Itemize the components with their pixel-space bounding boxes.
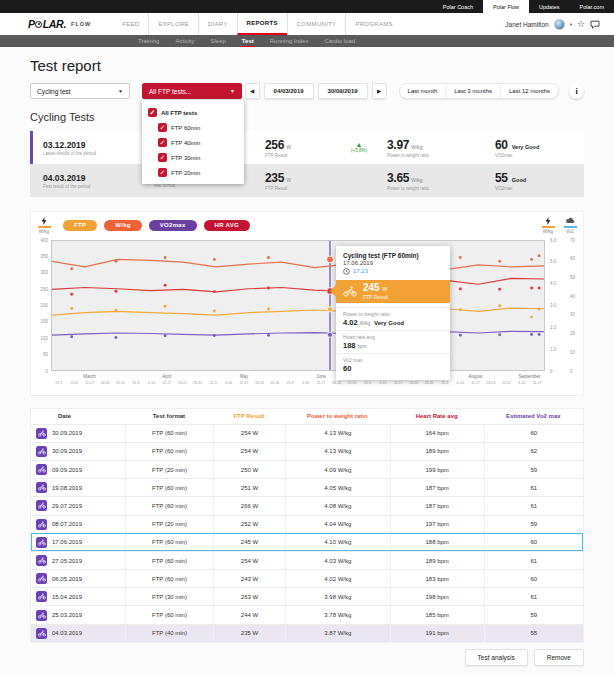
- cycling-sport-icon: [36, 500, 47, 511]
- topbar-link-polar-flow[interactable]: Polar Flow: [483, 0, 529, 13]
- week-tick-label: 25-31: [270, 381, 279, 385]
- legend-pill-hr-avg[interactable]: HR AVG: [204, 220, 250, 231]
- filter-menu-label: FTP 20min: [171, 170, 200, 176]
- table-row[interactable]: 15.04.2019FTP (30 min)263 W3.98 W/kg198 …: [31, 587, 583, 605]
- table-row[interactable]: 09.09.2019FTP (20 min)250 W4.09 W/kg199 …: [31, 460, 583, 478]
- user-menu-caret-icon[interactable]: ▾: [570, 22, 572, 27]
- filter-menu-item[interactable]: ✓FTP 30min: [142, 150, 244, 165]
- first-result-row[interactable]: 04.03.2019 First result of the period FT…: [30, 164, 584, 197]
- nav-item-diary[interactable]: DIARY: [198, 13, 237, 35]
- axis-tick-label: 10: [570, 349, 575, 354]
- week-tick-label: 25-3: [132, 381, 139, 385]
- cell-power-to-weight: 4.10 W/kg: [285, 534, 390, 551]
- week-tick-label: 4-10: [518, 381, 525, 385]
- subnav-item-test[interactable]: Test: [234, 35, 262, 47]
- test-analysis-button[interactable]: Test analysis: [465, 649, 528, 666]
- checkbox-checked-icon[interactable]: ✓: [158, 153, 167, 162]
- checkbox-checked-icon[interactable]: ✓: [148, 108, 157, 117]
- last-month-button[interactable]: Last month: [400, 84, 446, 98]
- bolt-icon: [41, 217, 47, 225]
- week-tick-label: 4-10: [225, 381, 232, 385]
- cell-heart-rate-avg: 185 bpm: [390, 606, 484, 623]
- nav-item-explore[interactable]: EXPLORE: [148, 13, 197, 35]
- legend-pill-wkg[interactable]: W/kg: [104, 220, 142, 231]
- filter-menu-item[interactable]: ✓FTP 40min: [142, 135, 244, 150]
- tooltip-time: 17:23: [353, 268, 368, 274]
- checkbox-checked-icon[interactable]: ✓: [158, 123, 167, 132]
- cell-ftp-result: 235 W: [213, 625, 285, 642]
- cell-heart-rate-avg: 183 bpm: [390, 570, 484, 587]
- checkbox-checked-icon[interactable]: ✓: [158, 138, 167, 147]
- section-title: Cycling Tests: [30, 111, 584, 123]
- table-row[interactable]: 30.09.2019FTP (60 min)254 W4.13 W/kg189 …: [31, 442, 583, 460]
- table-row[interactable]: 19.08.2019FTP (60 min)251 W4.05 W/kg187 …: [31, 478, 583, 496]
- previous-period-button[interactable]: ◀: [245, 83, 260, 99]
- cell-date: 25.03.2019: [31, 606, 125, 623]
- cell-vo2-max: 60: [484, 534, 583, 551]
- cycling-sport-icon: [36, 591, 47, 602]
- nav-item-community[interactable]: COMMUNITY: [287, 13, 346, 35]
- nav-item-reports[interactable]: REPORTS: [237, 13, 287, 35]
- sport-select[interactable]: Cycling test▼: [30, 83, 130, 99]
- filter-menu-item[interactable]: ✓FTP 60min: [142, 120, 244, 135]
- cell-test-format: FTP (40 min): [125, 625, 213, 642]
- col-header-test-format: Test format: [125, 413, 213, 419]
- chart-svg: [52, 241, 544, 370]
- table-row[interactable]: 27.05.2019FTP (60 min)254 W4.03 W/kg189 …: [31, 551, 583, 569]
- cyclist-icon: [343, 286, 357, 297]
- topbar-link-polar-com[interactable]: Polar.com: [570, 0, 614, 13]
- remove-button[interactable]: Remove: [534, 649, 584, 666]
- axis-tick-label: 5.0: [550, 259, 556, 264]
- user-avatar[interactable]: [554, 19, 565, 30]
- messages-icon[interactable]: [590, 20, 600, 29]
- date-from-input[interactable]: 04/03/2019: [264, 83, 314, 99]
- week-tick-label: 4-10: [148, 381, 155, 385]
- subnav-item-training[interactable]: Training: [130, 35, 167, 47]
- cell-date: 29.07.2019: [31, 497, 125, 514]
- left-axis-power-icon: W/kg: [33, 217, 55, 234]
- plot-box[interactable]: [51, 240, 545, 371]
- subnav-item-cardio-load[interactable]: Cardio load: [316, 35, 363, 47]
- last-3-months-button[interactable]: Last 3 months: [445, 84, 500, 98]
- page-title: Test report: [30, 57, 584, 74]
- table-row[interactable]: 04.03.2019FTP (40 min)235 W3.87 W/kg191 …: [31, 624, 583, 642]
- axis-tick-label: 60: [570, 256, 575, 261]
- subnav-item-activity[interactable]: Activity: [167, 35, 202, 47]
- nav-item-programs[interactable]: PROGRAMS: [345, 13, 401, 35]
- filter-menu-item[interactable]: ✓All FTP tests: [142, 105, 244, 120]
- week-tick-label: 4-10: [457, 381, 464, 385]
- table-row[interactable]: 08.07.2019FTP (20 min)252 W4.04 W/kg197 …: [31, 515, 583, 533]
- table-row[interactable]: 17.06.2019FTP (60 min)245 W4.10 W/kg188 …: [31, 533, 583, 551]
- legend-pill-vo2max[interactable]: VO2max: [149, 220, 197, 231]
- week-tick-label: 25-31: [116, 381, 125, 385]
- last-12-months-button[interactable]: Last 12 months: [500, 84, 558, 98]
- cell-test-format: FTP (60 min): [125, 534, 213, 551]
- table-row[interactable]: 30.09.2019FTP (60 min)254 W4.13 W/kg164 …: [31, 424, 583, 442]
- cell-power-to-weight: 4.04 W/kg: [285, 516, 390, 533]
- polar-flow-logo[interactable]: PLAR. FLOW: [28, 18, 91, 30]
- subnav-item-running-index[interactable]: Running Index: [262, 35, 317, 47]
- latest-result-row[interactable]: 03.12.2019 Latest results of the period …: [30, 131, 584, 164]
- filter-menu-item[interactable]: ✓FTP 20min: [142, 165, 244, 180]
- topbar-link-polar-coach[interactable]: Polar Coach: [433, 0, 483, 13]
- info-icon[interactable]: i: [569, 84, 584, 99]
- legend-pill-ftp[interactable]: FTP: [63, 220, 97, 231]
- checkbox-checked-icon[interactable]: ✓: [158, 168, 167, 177]
- table-row[interactable]: 29.07.2019FTP (60 min)266 W4.08 W/kg187 …: [31, 496, 583, 514]
- latest-wkg-metric: 3.97W/kg Power to weight ratio: [387, 138, 495, 158]
- favorites-star-icon[interactable]: ☆: [577, 20, 585, 29]
- table-row[interactable]: 25.03.2019FTP (60 min)244 W3.78 W/kg185 …: [31, 605, 583, 623]
- test-filter-select[interactable]: All FTP tests...▼: [142, 83, 242, 99]
- cell-date: 15.04.2019: [31, 588, 125, 605]
- user-name[interactable]: Janet Hamilton: [505, 21, 548, 28]
- next-period-button[interactable]: ▶: [372, 83, 387, 99]
- subnav-item-sleep[interactable]: Sleep: [202, 35, 233, 47]
- date-to-input[interactable]: 30/09/2019: [318, 83, 368, 99]
- table-row[interactable]: 06.05.2019FTP (60 min)243 W4.02 W/kg183 …: [31, 569, 583, 587]
- nav-item-feed[interactable]: FEED: [113, 13, 148, 35]
- cell-heart-rate-avg: 187 bpm: [390, 497, 484, 514]
- topbar-link-updates[interactable]: Updates: [529, 0, 570, 13]
- flow-wordmark: FLOW: [71, 21, 91, 27]
- axis-tick-label: 150: [40, 319, 48, 324]
- cell-ftp-result: 254 W: [213, 425, 285, 442]
